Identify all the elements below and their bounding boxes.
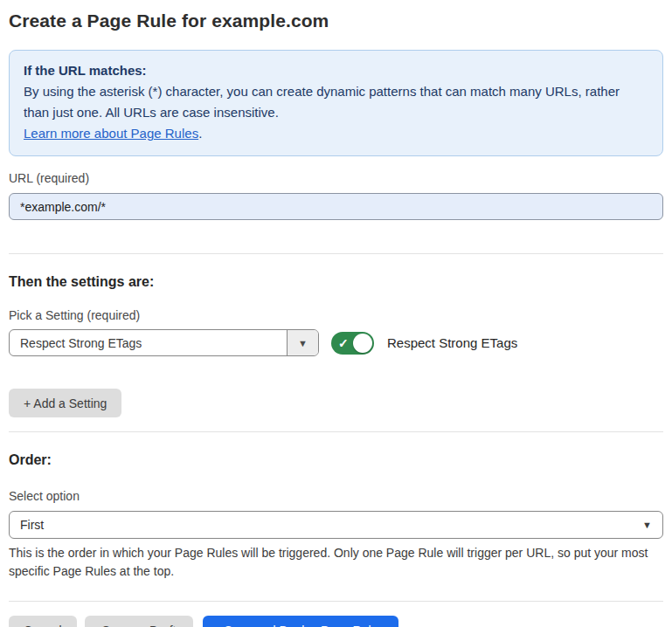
info-box-body: By using the asterisk (*) character, you… (24, 81, 648, 123)
cancel-button[interactable]: Cancel (9, 616, 77, 627)
order-select-value: First (20, 518, 642, 532)
toggle-label: Respect Strong ETags (387, 335, 517, 350)
info-box-link-row: Learn more about Page Rules. (24, 123, 648, 144)
setting-dropdown[interactable]: Respect Strong ETags ▼ (9, 329, 319, 356)
url-match-info-box: If the URL matches: By using the asteris… (9, 50, 663, 156)
save-draft-button[interactable]: Save as Draft (85, 616, 194, 627)
save-deploy-button[interactable]: Save and Deploy Page Rule (203, 616, 398, 627)
learn-more-page-rules-link[interactable]: Learn more about Page Rules (24, 126, 198, 141)
add-setting-button[interactable]: + Add a Setting (9, 389, 121, 417)
page-rule-form: Create a Page Rule for example.com If th… (0, 0, 672, 627)
etags-toggle[interactable]: ✓ (331, 332, 374, 355)
link-suffix: . (198, 126, 202, 141)
divider (9, 601, 663, 602)
order-section-heading: Order: (9, 452, 663, 468)
divider (9, 431, 663, 432)
page-title: Create a Page Rule for example.com (9, 10, 663, 31)
chevron-down-icon: ▼ (298, 338, 308, 348)
dropdown-arrow-button[interactable]: ▼ (287, 330, 318, 355)
order-help-text: This is the order in which your Page Rul… (9, 544, 663, 581)
order-select[interactable]: First ▼ (9, 511, 663, 539)
info-box-heading: If the URL matches: (24, 60, 648, 81)
setting-row: Respect Strong ETags ▼ ✓ Respect Strong … (9, 329, 663, 356)
order-select-label: Select option (9, 489, 663, 503)
setting-picker-label: Pick a Setting (required) (9, 308, 663, 322)
setting-dropdown-value: Respect Strong ETags (10, 330, 287, 355)
divider (9, 253, 663, 254)
footer-actions: Cancel Save as Draft Save and Deploy Pag… (9, 616, 663, 627)
toggle-knob (353, 334, 372, 353)
url-field-label: URL (required) (9, 171, 663, 185)
caret-down-icon: ▼ (642, 520, 652, 530)
check-icon: ✓ (338, 335, 349, 351)
url-input[interactable] (9, 193, 663, 220)
settings-section-heading: Then the settings are: (9, 274, 663, 290)
